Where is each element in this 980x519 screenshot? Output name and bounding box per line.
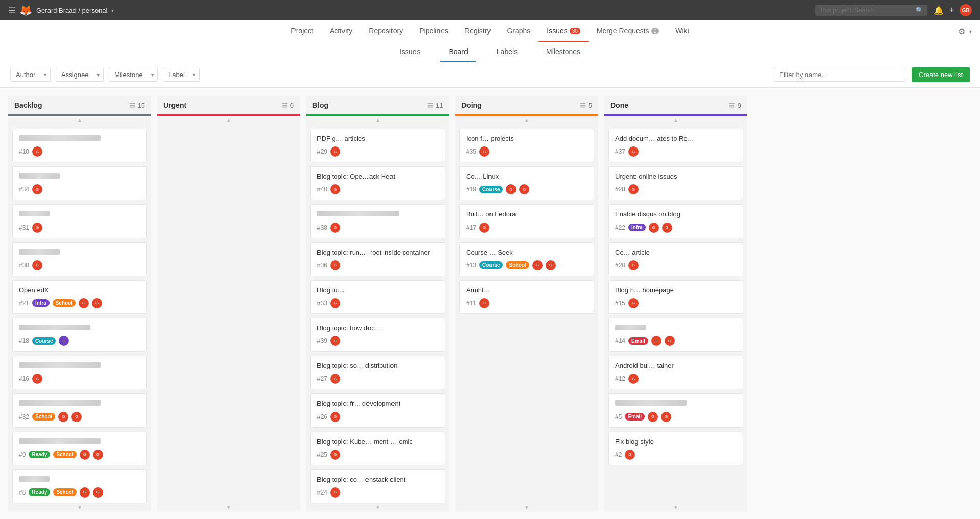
plus-icon[interactable]: + xyxy=(949,5,954,16)
card-id: #11 xyxy=(466,300,476,307)
card-31[interactable]: #31G xyxy=(12,204,147,238)
card-meta: #40G xyxy=(317,184,438,194)
card-40[interactable]: Blog topic: Ope…ack Heat#40G xyxy=(310,166,445,200)
card-19[interactable]: Co… Linux#19CourseGG xyxy=(459,166,594,200)
card-avatar: G xyxy=(93,487,103,498)
nav-item-project[interactable]: Project xyxy=(283,20,322,42)
card-28[interactable]: Urgent: online issues#28G xyxy=(608,166,743,200)
card-32[interactable]: #32SchoolGG xyxy=(12,393,147,427)
label-badge-school: School xyxy=(32,413,55,421)
column-count-number-blog: 11 xyxy=(436,102,443,109)
card-30[interactable]: #30G xyxy=(12,242,147,276)
card-2[interactable]: Fix blog style#2G xyxy=(608,432,743,465)
project-path[interactable]: Gerard Braad / personal xyxy=(36,7,107,14)
nav-item-repository[interactable]: Repository xyxy=(360,20,411,42)
card-38[interactable]: #38G xyxy=(310,204,445,238)
card-34[interactable]: #34G xyxy=(12,166,147,200)
card-35[interactable]: Icon f… projects#35G xyxy=(459,129,594,162)
card-12[interactable]: Android bui… tainer#12G xyxy=(608,356,743,389)
card-16[interactable]: #16G xyxy=(12,356,147,389)
card-meta: #27G xyxy=(317,374,438,384)
card-33[interactable]: Blog to…#33G xyxy=(310,280,445,314)
card-21[interactable]: Open edX#21InfraSchoolGG xyxy=(12,280,147,314)
column-scroll-up-doing[interactable]: ▲ xyxy=(455,116,598,125)
card-13[interactable]: Course … Seek#13CourseSchoolGG xyxy=(459,242,594,276)
column-scroll-up-blog[interactable]: ▲ xyxy=(306,116,449,125)
user-avatar[interactable]: GB xyxy=(960,4,972,16)
column-scroll-up-done[interactable]: ▲ xyxy=(604,116,747,125)
card-9[interactable]: #9ReadySchoolGG xyxy=(12,432,147,465)
card-20[interactable]: Ce… article#20G xyxy=(608,242,743,276)
card-title xyxy=(19,248,140,257)
card-avatar: G xyxy=(546,260,556,270)
svg-rect-0 xyxy=(129,103,135,104)
assignee-filter[interactable]: Assignee xyxy=(56,68,104,82)
card-27[interactable]: Blog topic: so… distribution#27G xyxy=(310,356,445,389)
top-bar-icons: 🔔 + GB xyxy=(934,4,972,16)
column-scroll-up-urgent[interactable]: ▲ xyxy=(157,116,300,125)
nav-item-pipelines[interactable]: Pipelines xyxy=(411,20,456,42)
label-filter[interactable]: Label xyxy=(163,68,200,82)
card-title xyxy=(19,437,140,447)
card-title-blurred xyxy=(615,400,687,406)
card-title-blurred xyxy=(19,400,101,406)
card-id: #15 xyxy=(615,300,625,307)
card-26[interactable]: Blog topic: fr… development#26G xyxy=(310,393,445,427)
filter-name-input[interactable] xyxy=(774,68,906,82)
hamburger-icon[interactable]: ☰ xyxy=(8,6,15,15)
author-filter[interactable]: Author xyxy=(10,68,51,82)
card-22[interactable]: Enable disqus on blog#22InfraGG xyxy=(608,204,743,238)
column-scroll-down-blog[interactable]: ▼ xyxy=(306,503,449,512)
top-bar-right: 🔍 🔔 + GB xyxy=(815,4,972,16)
card-8[interactable]: #8ReadySchoolGG xyxy=(12,469,147,503)
column-scroll-up-backlog[interactable]: ▲ xyxy=(8,116,151,125)
card-39[interactable]: Blog topic: how doc…#39G xyxy=(310,318,445,352)
card-15[interactable]: Blog h… homepage#15G xyxy=(608,280,743,314)
card-11[interactable]: Armhf…#11G xyxy=(459,280,594,314)
nav-item-wiki[interactable]: Wiki xyxy=(667,20,697,42)
card-meta: #13CourseSchoolGG xyxy=(466,260,587,270)
card-36[interactable]: Blog topic: run… -root inside container#… xyxy=(310,242,445,276)
column-scroll-down-doing[interactable]: ▼ xyxy=(455,503,598,512)
card-meta: #10G xyxy=(19,146,140,157)
card-25[interactable]: Blog topic: Kube… ment … omic#25G xyxy=(310,432,445,465)
column-scroll-down-urgent[interactable]: ▼ xyxy=(157,503,300,512)
nav-item-activity[interactable]: Activity xyxy=(322,20,360,42)
card-5[interactable]: #5EmailGG xyxy=(608,393,743,427)
card-avatar: G xyxy=(648,412,658,422)
card-avatar: G xyxy=(628,260,639,270)
notifications-icon[interactable]: 🔔 xyxy=(934,6,944,15)
milestone-filter[interactable]: Milestone xyxy=(109,68,158,82)
sub-nav-milestones[interactable]: Milestones xyxy=(538,42,589,62)
card-17[interactable]: Buil… on Fedora#17G xyxy=(459,204,594,238)
card-37[interactable]: Add docum… ates to Re…#37G xyxy=(608,129,743,162)
settings-icon[interactable]: ⚙ xyxy=(958,27,965,36)
nav-item-registry[interactable]: Registry xyxy=(456,20,499,42)
nav-item-graphs[interactable]: Graphs xyxy=(499,20,538,42)
card-title: Open edX xyxy=(19,286,140,295)
nav-item-merge-requests[interactable]: Merge Requests 0 xyxy=(589,20,667,42)
label-filter-wrap: Label xyxy=(163,68,200,82)
sub-nav-issues[interactable]: Issues xyxy=(391,42,428,62)
card-10[interactable]: #10G xyxy=(12,129,147,162)
card-avatar: G xyxy=(330,374,340,384)
label-badge-school: School xyxy=(53,299,76,307)
card-id: #33 xyxy=(317,300,327,307)
column-scroll-down-done[interactable]: ▼ xyxy=(604,503,747,512)
card-18[interactable]: #18CourseG xyxy=(12,318,147,352)
svg-rect-13 xyxy=(729,105,735,106)
sub-nav-board[interactable]: Board xyxy=(440,42,476,62)
sub-nav-labels[interactable]: Labels xyxy=(488,42,526,62)
column-scroll-down-backlog[interactable]: ▼ xyxy=(8,503,151,512)
create-new-list-button[interactable]: Create new list xyxy=(912,67,970,82)
global-search-input[interactable] xyxy=(815,5,927,16)
column-count-backlog: 15 xyxy=(129,102,145,109)
nav-item-issues[interactable]: Issues 30 xyxy=(538,20,589,42)
card-id: #38 xyxy=(317,224,327,231)
card-14[interactable]: #14EmailGG xyxy=(608,318,743,352)
card-id: #20 xyxy=(615,262,625,269)
card-title: Blog topic: Kube… ment … omic xyxy=(317,437,438,447)
card-title xyxy=(19,361,140,370)
card-24[interactable]: Blog topic: co… enstack client#24G xyxy=(310,469,445,503)
card-29[interactable]: PDF g… articles#29G xyxy=(310,129,445,162)
